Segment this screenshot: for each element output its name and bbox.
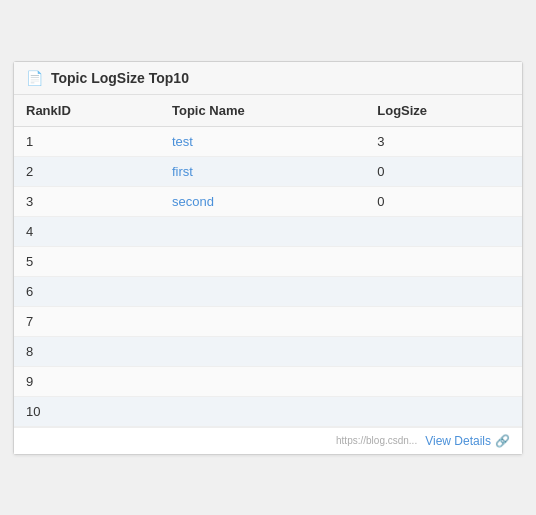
cell-topic: [160, 276, 365, 306]
cell-logsize: 0: [365, 156, 522, 186]
cell-topic: [160, 336, 365, 366]
cell-topic[interactable]: second: [160, 186, 365, 216]
cell-logsize: [365, 276, 522, 306]
table-row: 7: [14, 306, 522, 336]
cell-logsize: [365, 306, 522, 336]
cell-rank: 9: [14, 366, 160, 396]
cell-logsize: [365, 366, 522, 396]
cell-logsize: 3: [365, 126, 522, 156]
col-rankid: RankID: [14, 95, 160, 127]
card-header: 📄 Topic LogSize Top10: [14, 62, 522, 95]
card-title: Topic LogSize Top10: [51, 70, 189, 86]
table-row: 4: [14, 216, 522, 246]
table-row: 6: [14, 276, 522, 306]
cell-logsize: [365, 336, 522, 366]
col-logsize: LogSize: [365, 95, 522, 127]
cell-logsize: [365, 396, 522, 426]
cell-topic[interactable]: first: [160, 156, 365, 186]
table-row: 10: [14, 396, 522, 426]
table-row: 9: [14, 366, 522, 396]
cell-logsize: 0: [365, 186, 522, 216]
table-row: 3second0: [14, 186, 522, 216]
table-header-row: RankID Topic Name LogSize: [14, 95, 522, 127]
cell-topic: [160, 366, 365, 396]
table-row: 8: [14, 336, 522, 366]
cell-rank: 6: [14, 276, 160, 306]
table-row: 5: [14, 246, 522, 276]
view-details-link[interactable]: View Details: [425, 434, 491, 448]
col-topic-name: Topic Name: [160, 95, 365, 127]
cell-rank: 7: [14, 306, 160, 336]
cell-topic: [160, 246, 365, 276]
cell-logsize: [365, 246, 522, 276]
cell-rank: 4: [14, 216, 160, 246]
cell-rank: 3: [14, 186, 160, 216]
cell-rank: 5: [14, 246, 160, 276]
table-row: 1test3: [14, 126, 522, 156]
cell-rank: 2: [14, 156, 160, 186]
url-text: https://blog.csdn...: [336, 435, 417, 446]
cell-topic: [160, 306, 365, 336]
topic-logsize-card: 📄 Topic LogSize Top10 RankID Topic Name …: [13, 61, 523, 455]
card-icon: 📄: [26, 70, 43, 86]
table-row: 2first0: [14, 156, 522, 186]
cell-rank: 10: [14, 396, 160, 426]
cell-rank: 8: [14, 336, 160, 366]
card-footer: https://blog.csdn... View Details 🔗: [14, 427, 522, 454]
cell-topic: [160, 396, 365, 426]
cell-topic[interactable]: test: [160, 126, 365, 156]
logsize-table: RankID Topic Name LogSize 1test32first03…: [14, 95, 522, 427]
external-link-icon: 🔗: [495, 434, 510, 448]
cell-topic: [160, 216, 365, 246]
cell-logsize: [365, 216, 522, 246]
cell-rank: 1: [14, 126, 160, 156]
